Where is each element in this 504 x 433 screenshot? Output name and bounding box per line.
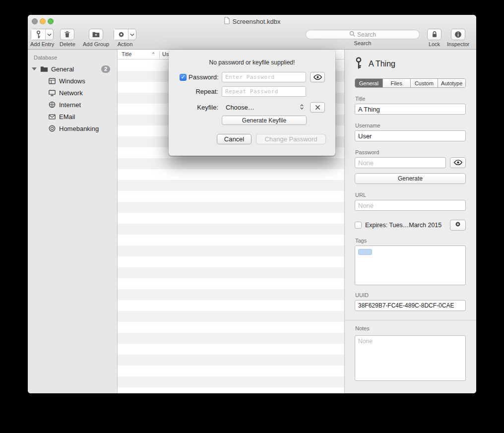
window-chrome: Screenshot.kdbx Add Entry: [28, 15, 476, 50]
search-group: Search Search: [306, 29, 420, 46]
lock-button[interactable]: [427, 29, 441, 40]
dialog-repeat-field[interactable]: [222, 86, 306, 97]
delete-button[interactable]: [60, 29, 74, 40]
password-field[interactable]: [355, 157, 446, 168]
zoom-button[interactable]: [48, 18, 54, 24]
add-entry-button[interactable]: [31, 29, 54, 40]
envelope-icon: [48, 114, 56, 120]
group-label: General: [51, 65, 74, 73]
key-icon: [355, 57, 363, 71]
folder-plus-icon: [92, 31, 100, 38]
close-button[interactable]: [32, 18, 38, 24]
lock-icon: [432, 31, 438, 38]
title-field[interactable]: [355, 104, 466, 115]
tags-label: Tags: [355, 238, 466, 244]
username-label: Username: [355, 123, 466, 128]
tag-token[interactable]: [358, 249, 372, 255]
tags-field[interactable]: [355, 246, 466, 285]
delete-label: Delete: [60, 41, 75, 47]
inspector-tabs: General Files Custom Autotype: [355, 78, 466, 88]
column-header-title[interactable]: Title: [122, 51, 131, 57]
add-entry-group: Add Entry: [30, 29, 54, 47]
uuid-label: UUID: [355, 292, 466, 298]
action-button[interactable]: [114, 29, 136, 40]
key-icon: [31, 29, 46, 40]
change-password-button[interactable]: Change Password: [256, 134, 326, 144]
dialog-message: No password or keyfile supplied!: [169, 59, 335, 66]
delete-group: Delete: [60, 29, 75, 47]
inspector-button[interactable]: [451, 29, 465, 40]
tab-general[interactable]: General: [355, 79, 383, 87]
chevron-down-icon[interactable]: [128, 29, 136, 40]
eye-icon: [454, 158, 462, 167]
inspector-group: Inspector: [447, 29, 469, 47]
tab-files[interactable]: Files: [383, 79, 411, 87]
sidebar-item-general[interactable]: General 2: [28, 63, 117, 75]
gear-icon: [114, 29, 128, 40]
sidebar-item-homebanking[interactable]: Homebanking: [28, 123, 117, 134]
uuid-field[interactable]: [355, 300, 466, 311]
inspector-panel: A Thing General Files Custom Autotype Ti…: [344, 50, 476, 393]
sidebar-header: Database: [34, 55, 117, 61]
keyfile-row: Keyfile: Choose…: [180, 102, 325, 113]
column-divider[interactable]: [159, 51, 160, 58]
chevron-down-icon[interactable]: [46, 29, 53, 40]
minimize-button[interactable]: [40, 18, 46, 24]
clear-keyfile-button[interactable]: [310, 102, 325, 113]
disclosure-triangle-icon[interactable]: [32, 67, 37, 70]
add-group-group: Add Group: [83, 29, 109, 47]
lock-group: Lock: [427, 29, 441, 47]
coin-icon: [48, 125, 56, 132]
dialog-repeat-label: Repeat:: [189, 88, 218, 95]
search-label: Search: [354, 40, 372, 46]
app-window: Screenshot.kdbx Add Entry: [28, 15, 476, 393]
add-group-button[interactable]: [89, 29, 103, 40]
cancel-button[interactable]: Cancel: [217, 134, 252, 144]
add-entry-label: Add Entry: [30, 41, 54, 47]
x-icon: [315, 103, 320, 112]
tab-autotype[interactable]: Autotype: [438, 79, 465, 87]
sidebar-item-network[interactable]: Network: [28, 87, 117, 99]
sidebar-item-label: Internet: [59, 101, 81, 109]
notes-field[interactable]: [355, 335, 466, 381]
eye-icon: [314, 73, 322, 82]
sidebar-item-label: EMail: [59, 113, 75, 121]
folder-icon: [40, 66, 48, 72]
generate-keyfile-button[interactable]: Generate Keyfile: [222, 116, 307, 125]
search-input[interactable]: Search: [306, 30, 420, 39]
action-group: Action: [114, 29, 136, 47]
reveal-password-button[interactable]: [450, 157, 466, 168]
entry-title: A Thing: [369, 60, 395, 68]
desktop-background: Screenshot.kdbx Add Entry: [0, 0, 504, 433]
password-checkbox[interactable]: ✓: [180, 74, 187, 81]
generate-password-button[interactable]: Generate: [355, 173, 466, 184]
lock-label: Lock: [429, 41, 440, 47]
sidebar-item-windows[interactable]: Windows: [28, 75, 117, 87]
url-field[interactable]: [355, 200, 466, 211]
password-label: Password: [355, 149, 466, 155]
action-label: Action: [118, 41, 133, 47]
tab-custom[interactable]: Custom: [411, 79, 439, 87]
sidebar-item-label: Windows: [59, 77, 85, 85]
entry-header: A Thing: [355, 57, 466, 71]
dialog-password-field[interactable]: [222, 72, 306, 82]
search-placeholder: Search: [357, 31, 376, 38]
sidebar-item-label: Network: [59, 89, 83, 97]
change-password-dialog: No password or keyfile supplied! ✓ Passw…: [169, 50, 335, 156]
notes-label: Notes: [355, 325, 466, 331]
expires-checkbox[interactable]: [355, 222, 362, 229]
check-icon: ✓: [181, 74, 185, 80]
add-group-label: Add Group: [83, 41, 109, 47]
sidebar-item-internet[interactable]: Internet: [28, 99, 117, 111]
sidebar-item-email[interactable]: EMail: [28, 111, 117, 123]
dialog-reveal-button[interactable]: [310, 72, 325, 82]
keyfile-popup[interactable]: Choose…: [222, 102, 306, 113]
expires-label: Expires: Tues…March 2015: [365, 222, 446, 229]
expires-options-button[interactable]: [450, 220, 466, 231]
username-field[interactable]: [355, 130, 466, 141]
dialog-actions: Cancel Change Password: [217, 134, 326, 144]
dialog-password-label: Password:: [189, 73, 218, 81]
url-label: URL: [355, 192, 466, 198]
count-badge: 2: [101, 65, 110, 73]
gear-icon: [454, 221, 461, 230]
